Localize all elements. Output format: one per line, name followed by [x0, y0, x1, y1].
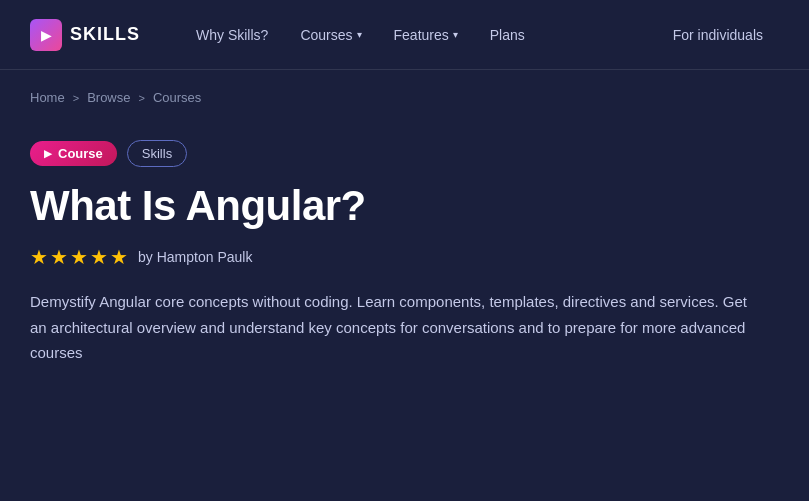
star-1: ★: [30, 245, 48, 269]
author-name: Hampton Paulk: [157, 249, 253, 265]
nav-features[interactable]: Features ▾: [378, 0, 474, 70]
star-2: ★: [50, 245, 68, 269]
nav-for-individuals[interactable]: For individuals: [657, 0, 779, 70]
chevron-down-icon: ▾: [357, 29, 362, 40]
author-byline: by Hampton Paulk: [138, 249, 252, 265]
breadcrumb-browse[interactable]: Browse: [87, 90, 130, 105]
logo[interactable]: ▶ SKILLS: [30, 19, 140, 51]
author-prefix: by: [138, 249, 153, 265]
breadcrumb-separator-2: >: [138, 92, 144, 104]
star-4: ★: [90, 245, 108, 269]
star-rating: ★ ★ ★ ★ ★: [30, 245, 128, 269]
breadcrumb-home[interactable]: Home: [30, 90, 65, 105]
course-title: What Is Angular?: [30, 183, 779, 229]
nav-plans[interactable]: Plans: [474, 0, 541, 70]
nav-why-skills[interactable]: Why Skills?: [180, 0, 284, 70]
nav-courses-label: Courses: [300, 27, 352, 43]
breadcrumb-section: Home > Browse > Courses: [0, 70, 809, 120]
course-play-icon: ▶: [44, 148, 52, 159]
chevron-down-icon: ▾: [453, 29, 458, 40]
nav-features-label: Features: [394, 27, 449, 43]
breadcrumb: Home > Browse > Courses: [30, 90, 779, 105]
nav-courses[interactable]: Courses ▾: [284, 0, 377, 70]
nav-links: Why Skills? Courses ▾ Features ▾ Plans F…: [180, 0, 779, 70]
main-content: ▶ Course Skills What Is Angular? ★ ★ ★ ★…: [0, 120, 809, 406]
star-5: ★: [110, 245, 128, 269]
logo-play-icon: ▶: [41, 27, 52, 43]
navbar: ▶ SKILLS Why Skills? Courses ▾ Features …: [0, 0, 809, 70]
course-description: Demystify Angular core concepts without …: [30, 289, 750, 366]
star-3: ★: [70, 245, 88, 269]
course-tag[interactable]: ▶ Course: [30, 141, 117, 166]
breadcrumb-separator-1: >: [73, 92, 79, 104]
logo-text: SKILLS: [70, 24, 140, 45]
rating-row: ★ ★ ★ ★ ★ by Hampton Paulk: [30, 245, 779, 269]
tags-row: ▶ Course Skills: [30, 140, 779, 167]
logo-icon: ▶: [30, 19, 62, 51]
skills-tag[interactable]: Skills: [127, 140, 187, 167]
breadcrumb-courses[interactable]: Courses: [153, 90, 201, 105]
course-tag-label: Course: [58, 146, 103, 161]
